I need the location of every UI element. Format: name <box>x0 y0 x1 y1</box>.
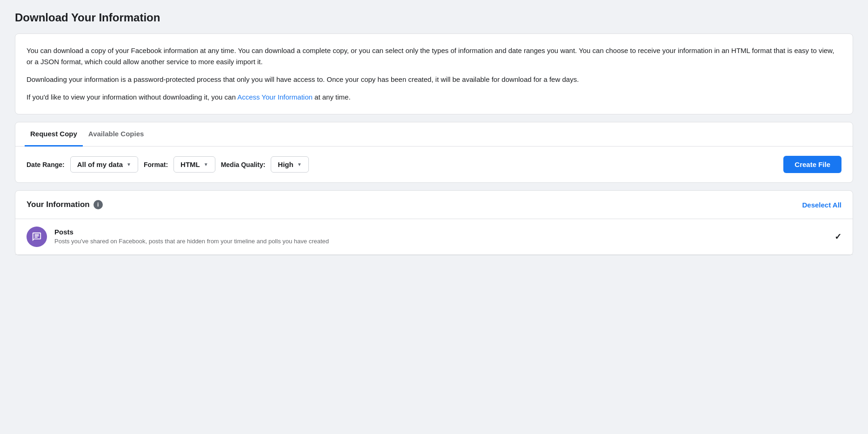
controls-row: Date Range: All of my data ▼ Format: HTM… <box>27 156 841 173</box>
info-paragraph-3-post: at any time. <box>313 93 351 101</box>
info-card: You can download a copy of your Facebook… <box>15 33 853 114</box>
date-range-label: Date Range: <box>27 161 65 168</box>
posts-icon-svg <box>32 232 42 242</box>
page-title: Download Your Information <box>15 11 853 24</box>
date-range-chevron-icon: ▼ <box>127 162 131 167</box>
media-quality-label: Media Quality: <box>221 161 266 168</box>
posts-text: Posts Posts you've shared on Facebook, p… <box>54 228 827 246</box>
your-information-card: Your Information i Deselect All Posts Po… <box>15 190 853 255</box>
info-tooltip-icon[interactable]: i <box>93 200 103 209</box>
info-paragraph-3: If you'd like to view your information w… <box>27 92 841 103</box>
media-quality-chevron-icon: ▼ <box>297 162 302 167</box>
create-file-button[interactable]: Create File <box>783 156 841 173</box>
info-paragraph-3-pre: If you'd like to view your information w… <box>27 93 237 101</box>
posts-description: Posts you've shared on Facebook, posts t… <box>54 237 827 246</box>
your-information-label: Your Information <box>27 200 90 209</box>
media-quality-dropdown[interactable]: High ▼ <box>271 156 308 173</box>
list-item: Posts Posts you've shared on Facebook, p… <box>15 219 853 255</box>
deselect-all-link[interactable]: Deselect All <box>802 201 842 209</box>
media-quality-value: High <box>278 160 293 168</box>
info-paragraph-1: You can download a copy of your Facebook… <box>27 45 841 67</box>
tab-request-copy[interactable]: Request Copy <box>25 122 83 147</box>
posts-icon <box>27 227 47 247</box>
tabs-header: Request Copy Available Copies <box>15 122 853 147</box>
format-label: Format: <box>144 161 168 168</box>
your-information-title: Your Information i <box>27 200 103 209</box>
tab-content-request-copy: Date Range: All of my data ▼ Format: HTM… <box>15 147 853 182</box>
date-range-value: All of my data <box>77 160 123 168</box>
date-range-dropdown[interactable]: All of my data ▼ <box>70 156 138 173</box>
posts-checkmark[interactable]: ✓ <box>835 232 841 242</box>
tab-available-copies[interactable]: Available Copies <box>83 122 150 147</box>
format-value: HTML <box>180 160 200 168</box>
format-chevron-icon: ▼ <box>204 162 208 167</box>
info-paragraph-2: Downloading your information is a passwo… <box>27 74 841 85</box>
tabs-card: Request Copy Available Copies Date Range… <box>15 122 853 183</box>
access-your-information-link[interactable]: Access Your Information <box>237 93 313 101</box>
posts-name: Posts <box>54 228 827 236</box>
your-information-header: Your Information i Deselect All <box>15 191 853 219</box>
format-dropdown[interactable]: HTML ▼ <box>174 156 215 173</box>
